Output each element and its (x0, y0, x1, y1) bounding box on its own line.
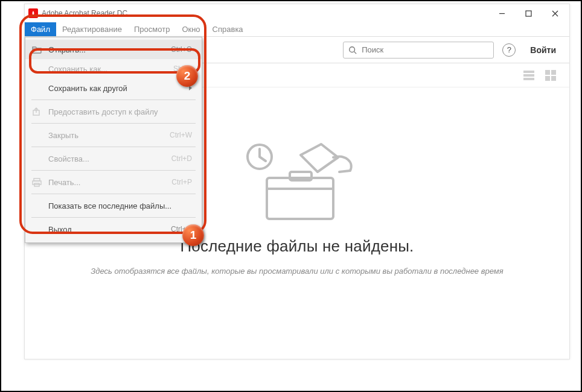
menu-item-label: Показать все последние файлы... (48, 201, 192, 210)
svg-rect-3 (523, 74, 534, 77)
menu-file[interactable]: Файл (25, 22, 56, 36)
menu-item-icon-placeholder (31, 153, 42, 164)
app-window: Adobe Acrobat Reader DC Файл Редактирова… (24, 4, 570, 359)
folder-open-icon (31, 44, 42, 55)
window-title: Adobe Acrobat Reader DC (42, 9, 127, 17)
svg-rect-14 (33, 181, 41, 185)
grid-view-button[interactable] (544, 69, 557, 82)
svg-rect-10 (267, 178, 333, 219)
search-input[interactable]: Поиск (343, 42, 494, 58)
menu-item: Печать...Ctrl+P (25, 172, 202, 192)
menu-item[interactable]: Открыть...Ctrl+O (25, 40, 202, 59)
menu-item-label: Сохранить как... (48, 65, 167, 74)
menu-window[interactable]: Окно (176, 22, 206, 36)
titlebar: Adobe Acrobat Reader DC (25, 4, 569, 22)
empty-state-illustration-icon (225, 136, 369, 232)
svg-rect-4 (523, 78, 534, 80)
menubar: Файл Редактирование Просмотр Окно Справк… (25, 22, 569, 37)
maximize-button[interactable] (515, 4, 542, 22)
menu-item[interactable]: Показать все последние файлы... (25, 196, 202, 215)
minimize-button[interactable] (488, 4, 515, 22)
menu-separator (31, 217, 196, 218)
menu-item-shortcut: Shift+ (173, 65, 192, 73)
window-controls (488, 4, 568, 22)
menu-item-icon-placeholder (31, 224, 42, 235)
menu-item-icon-placeholder (31, 63, 42, 74)
acrobat-logo-icon (28, 8, 38, 18)
menu-item-label: Сохранить как другой (48, 84, 183, 93)
menu-item-label: Открыть... (48, 45, 165, 54)
login-button[interactable]: Войти (524, 42, 562, 58)
menu-edit[interactable]: Редактирование (56, 22, 128, 36)
menu-separator (31, 194, 196, 194)
empty-state-subline: Здесь отобразятся все файлы, которые вы … (91, 267, 503, 276)
menu-item-icon-placeholder (31, 130, 42, 141)
printer-icon (31, 177, 42, 188)
menu-separator (31, 147, 196, 147)
search-placeholder: Поиск (362, 45, 383, 54)
menu-item-shortcut: Ctrl+D (171, 154, 192, 163)
close-button[interactable] (542, 4, 568, 22)
menu-item: Сохранить как...Shift+ (25, 59, 202, 78)
share-icon (31, 106, 42, 117)
help-button[interactable]: ? (502, 43, 516, 57)
menu-item[interactable]: Сохранить как другой (25, 78, 202, 98)
menu-item: Свойства...Ctrl+D (25, 149, 202, 168)
svg-rect-7 (545, 76, 550, 81)
menu-separator (31, 170, 196, 171)
menu-item: Предоставить доступ к файлу (25, 102, 202, 121)
empty-state-headline: Последние файлы не найдены. (180, 237, 414, 256)
menu-item-icon-placeholder (31, 83, 42, 93)
menu-item-label: Предоставить доступ к файлу (48, 107, 192, 116)
svg-rect-8 (551, 76, 556, 81)
svg-rect-6 (551, 70, 556, 75)
menu-item-shortcut: Ctrl+Q (171, 225, 192, 233)
menu-item-label: Закрыть (48, 131, 164, 140)
svg-rect-5 (545, 70, 550, 75)
file-menu-dropdown: Открыть...Ctrl+OСохранить как...Shift+Со… (25, 37, 202, 243)
menu-item-icon-placeholder (31, 200, 42, 211)
menu-item-shortcut: Ctrl+W (170, 131, 192, 139)
menu-item-label: Свойства... (48, 154, 165, 163)
menu-item-label: Выход (48, 225, 165, 234)
svg-rect-0 (526, 11, 531, 16)
svg-point-1 (350, 46, 355, 52)
list-view-button[interactable] (522, 69, 536, 82)
menu-item-shortcut: Ctrl+P (171, 178, 192, 186)
menu-separator (31, 100, 196, 100)
menu-view[interactable]: Просмотр (128, 22, 176, 36)
menu-item[interactable]: ВыходCtrl+Q (25, 220, 202, 239)
menu-item-shortcut: Ctrl+O (171, 45, 192, 54)
submenu-arrow-icon (189, 86, 192, 90)
search-icon (348, 46, 357, 54)
menu-item-label: Печать... (48, 178, 165, 187)
menu-separator (31, 123, 196, 124)
menu-item: ЗакрытьCtrl+W (25, 125, 202, 145)
menu-help[interactable]: Справка (206, 22, 249, 36)
svg-rect-2 (523, 71, 534, 73)
